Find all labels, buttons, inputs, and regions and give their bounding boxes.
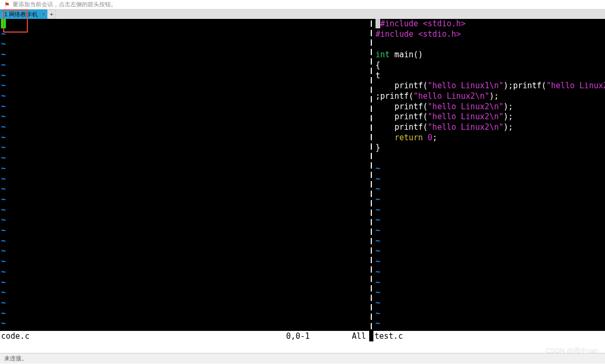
return-keyword: return xyxy=(394,133,423,142)
string: "hello Linux2\n" xyxy=(413,91,489,101)
string: "hello Linux2\n" xyxy=(427,112,504,121)
empty-line: ~ xyxy=(374,195,605,205)
empty-line: ~ xyxy=(0,50,369,60)
empty-line: ~ xyxy=(0,184,369,195)
empty-line: ~ xyxy=(0,246,369,257)
empty-line: ~ xyxy=(0,133,369,143)
empty-line: ~ xyxy=(0,112,369,122)
empty-line: ~ xyxy=(374,267,605,278)
empty-line: ~ xyxy=(374,174,605,185)
code-line: t xyxy=(374,71,605,81)
footer-gap xyxy=(0,341,605,353)
left-pane-content[interactable]: ~ ~ ~ ~ ~ ~ ~ ~ ~ ~ ~ ~ ~ ~ ~ ~ ~ ~ ~ ~ … xyxy=(0,19,369,331)
terminal-area[interactable]: ~ ~ ~ ~ ~ ~ ~ ~ ~ ~ ~ ~ ~ ~ ~ ~ ~ ~ ~ ~ … xyxy=(0,19,605,341)
empty-line: ~ xyxy=(374,205,605,216)
empty-line: ~ xyxy=(0,81,369,91)
fn-call: printf xyxy=(394,122,423,132)
footer-status-bar: 未连接。 xyxy=(0,353,605,363)
fn-sig: main() xyxy=(390,50,423,59)
code-line: #include <stdio.h> xyxy=(374,29,605,40)
empty-line: ~ xyxy=(0,288,369,298)
preproc: #include xyxy=(375,29,418,39)
string: "hello Linux1\n" xyxy=(427,81,504,90)
empty-line: ~ xyxy=(0,91,369,102)
tab-label: 1 网络教学机 xyxy=(4,11,38,18)
empty-line xyxy=(374,153,605,164)
empty-line: ~ xyxy=(0,39,369,50)
empty-line: ~ xyxy=(0,257,369,267)
empty-line: ~ xyxy=(0,122,369,133)
empty-line: ~ xyxy=(0,267,369,278)
empty-line: ~ xyxy=(374,215,605,226)
empty-line: ~ xyxy=(0,236,369,247)
empty-line: ~ xyxy=(0,60,369,71)
code-line: printf("hello Linux2\n"); xyxy=(374,122,605,133)
code-line: } xyxy=(374,143,605,153)
number: 0 xyxy=(423,133,432,142)
empty-line: ~ xyxy=(374,236,605,247)
tab-add-button[interactable]: + xyxy=(47,9,56,19)
vim-right-pane[interactable]: #include <stdio.h> #include <stdio.h> in… xyxy=(373,19,605,341)
vim-left-pane[interactable]: ~ ~ ~ ~ ~ ~ ~ ~ ~ ~ ~ ~ ~ ~ ~ ~ ~ ~ ~ ~ … xyxy=(0,19,369,341)
code-line xyxy=(374,39,605,50)
right-pane-content[interactable]: #include <stdio.h> #include <stdio.h> in… xyxy=(373,19,605,331)
left-scroll: All xyxy=(352,331,366,341)
include-path: <stdio.h> xyxy=(418,29,461,39)
left-status-bar: code.c 0,0-1 All xyxy=(0,331,369,341)
empty-line: ~ xyxy=(374,164,605,174)
empty-line: ~ xyxy=(374,257,605,267)
empty-line: ~ xyxy=(0,215,369,226)
empty-line: ~ xyxy=(0,164,369,174)
tab-session-1[interactable]: 1 网络教学机 × xyxy=(0,9,47,19)
hint-text: 要添加当前会话，点击左侧的箭头按钮。 xyxy=(13,1,117,8)
fn-call: printf xyxy=(513,81,541,90)
fn-call: printf xyxy=(394,102,423,111)
code-line: #include <stdio.h> xyxy=(374,19,605,29)
empty-line: ~ xyxy=(0,205,369,216)
hint-bar: ⚑ 要添加当前会话，点击左侧的箭头按钮。 xyxy=(0,0,605,9)
empty-line: ~ xyxy=(374,319,605,329)
empty-line: ~ xyxy=(0,71,369,81)
fn-call: printf xyxy=(394,112,423,121)
cursor-block xyxy=(1,19,6,28)
empty-line: ~ xyxy=(374,298,605,309)
empty-line: ~ xyxy=(374,184,605,195)
empty-line: ~ xyxy=(0,226,369,236)
type-keyword: int xyxy=(375,50,390,59)
fn-call: printf xyxy=(394,81,423,90)
empty-line: ~ xyxy=(0,319,369,329)
left-cursor-pos: 0,0-1 xyxy=(286,331,310,341)
empty-line: ~ xyxy=(0,309,369,319)
code-line: printf("hello Linux2\n"); xyxy=(374,112,605,122)
close-icon[interactable]: × xyxy=(42,12,45,17)
empty-line: ~ xyxy=(374,309,605,319)
fn-call: printf xyxy=(380,91,409,101)
code-line: ;printf("hello Linux2\n"); xyxy=(374,91,605,102)
vertical-split[interactable] xyxy=(369,19,373,341)
empty-line: ~ xyxy=(0,298,369,309)
flag-icon: ⚑ xyxy=(4,2,11,8)
empty-line: ~ xyxy=(374,226,605,236)
empty-line: ~ xyxy=(0,195,369,205)
code-line: return 0; xyxy=(374,133,605,143)
preproc: #include xyxy=(380,19,423,28)
empty-line: ~ xyxy=(0,153,369,164)
plus-icon: + xyxy=(50,11,53,17)
empty-line: ~ xyxy=(0,143,369,153)
string: "hello Linux2\n" xyxy=(427,122,504,132)
code-line: printf("hello Linux1\n");printf("hello L… xyxy=(374,81,605,91)
code-line: printf("hello Linux2\n"); xyxy=(374,102,605,112)
empty-line: ~ xyxy=(374,246,605,257)
empty-line: ~ xyxy=(374,278,605,288)
right-filename: test.c xyxy=(374,331,403,341)
left-filename: code.c xyxy=(1,331,29,341)
empty-line: ~ xyxy=(0,102,369,112)
code-line: { xyxy=(374,60,605,71)
cursor-line xyxy=(0,19,369,29)
right-status-bar: test.c xyxy=(373,331,605,341)
empty-line: ~ xyxy=(374,288,605,298)
string: "hello Linux2\n" xyxy=(427,102,504,111)
include-path: <stdio.h> xyxy=(423,19,465,28)
code-line: int main() xyxy=(374,50,605,60)
empty-line: ~ xyxy=(0,29,369,40)
